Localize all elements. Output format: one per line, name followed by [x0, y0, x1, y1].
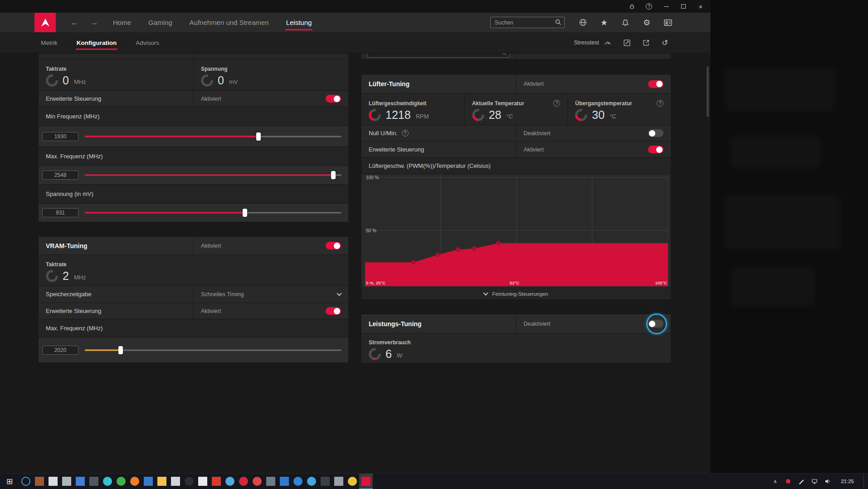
export-profile-icon[interactable]: [642, 39, 650, 47]
close-icon[interactable]: ×: [697, 3, 704, 10]
vram-max-frequency-slider[interactable]: [85, 346, 341, 355]
volume-icon[interactable]: [824, 478, 831, 485]
pen-tray-icon[interactable]: [798, 478, 805, 485]
subnav-item-metrik[interactable]: Metrik: [41, 33, 58, 53]
desktop-ghost: [725, 195, 840, 249]
bug-report-icon[interactable]: [628, 3, 635, 10]
show-desktop-button[interactable]: [863, 474, 865, 489]
amd-logo[interactable]: [34, 13, 56, 32]
fan-curve-chart[interactable]: 100 %50 %0 %, 25°C62°C100°C: [361, 174, 671, 288]
mail-icon[interactable]: [169, 474, 182, 489]
favorites-star-icon[interactable]: ★: [600, 18, 609, 27]
network-icon[interactable]: [811, 478, 818, 485]
firefox-icon[interactable]: [128, 474, 141, 489]
voltage-slider-row: 931: [39, 204, 348, 222]
app-charcoal-icon[interactable]: [318, 474, 332, 489]
app-light-doc-icon[interactable]: [46, 474, 60, 489]
app-red-a-icon[interactable]: [210, 474, 223, 489]
app-dark-icon[interactable]: [87, 474, 101, 489]
display-app-icon[interactable]: [332, 474, 346, 489]
min-frequency-slider[interactable]: [85, 132, 341, 141]
nav-item-gaming[interactable]: Gaming: [148, 14, 172, 31]
svg-text:100°C: 100°C: [655, 280, 667, 285]
app-blue-icon[interactable]: [141, 474, 155, 489]
help-icon[interactable]: ?: [402, 130, 409, 137]
fan-curve-point[interactable]: [456, 247, 460, 252]
reset-icon[interactable]: ↺: [661, 39, 669, 47]
fan-curve-point[interactable]: [411, 260, 416, 264]
app-blue-circle-icon[interactable]: [291, 474, 305, 489]
row-label: Speicherzeitgabe: [46, 291, 91, 298]
gpu-voltage-label: Spannung: [201, 66, 228, 72]
scrollbar-thumb[interactable]: [707, 66, 709, 117]
app-blue-p-icon[interactable]: [278, 474, 291, 489]
power-tuning-toggle[interactable]: [648, 320, 663, 328]
fan-curve-point[interactable]: [496, 241, 501, 245]
help-icon[interactable]: ?: [657, 100, 663, 107]
cutoff-row: [361, 54, 671, 59]
zero-rpm-toggle[interactable]: [648, 129, 663, 137]
voltage-value-box[interactable]: 931: [42, 208, 78, 217]
maximize-icon[interactable]: [680, 3, 687, 10]
desktop-ghost: [731, 268, 815, 306]
fan-curve-point[interactable]: [435, 253, 440, 257]
fan-tuning-toggle[interactable]: [648, 80, 663, 88]
start-button[interactable]: ⊞: [0, 474, 19, 489]
max-frequency-value-box[interactable]: 2548: [42, 171, 78, 180]
clock[interactable]: 21:25: [837, 479, 858, 484]
fine-tuning-footer[interactable]: Feintuning-Steuerungen: [361, 288, 671, 300]
telegram-icon[interactable]: [223, 474, 237, 489]
folder-icon[interactable]: [155, 474, 169, 489]
help-icon[interactable]: ?: [645, 3, 653, 10]
vram-tuning-toggle[interactable]: [326, 242, 341, 249]
app-brown-icon[interactable]: [33, 474, 46, 489]
chrome-icon[interactable]: [346, 474, 359, 489]
app-slate-icon[interactable]: [264, 474, 278, 489]
fan-speed-label: Lüftergeschwindigkeit: [369, 100, 426, 107]
app-red-dot-icon[interactable]: [237, 474, 250, 489]
load-profile-icon[interactable]: [623, 39, 631, 47]
account-icon[interactable]: [663, 18, 673, 27]
gpu-advanced-toggle[interactable]: [326, 95, 341, 103]
max-frequency-slider[interactable]: [85, 171, 341, 180]
help-icon[interactable]: ?: [553, 100, 560, 107]
minimize-icon[interactable]: [663, 3, 670, 10]
settings-gear-icon[interactable]: ⚙: [642, 18, 651, 27]
globe-icon[interactable]: [578, 18, 587, 27]
nav-item-performance[interactable]: Leistung: [286, 14, 312, 31]
app-gray-icon[interactable]: [60, 474, 73, 489]
app-blue-moon-icon[interactable]: [305, 474, 318, 489]
nav-item-record-stream[interactable]: Aufnehmen und Streamen: [190, 14, 269, 31]
search-select-box[interactable]: [367, 54, 510, 58]
app-green-icon[interactable]: [114, 474, 128, 489]
app-black-icon[interactable]: [182, 474, 196, 489]
min-frequency-value-box[interactable]: 1930: [42, 132, 78, 141]
status-text: Aktiviert: [524, 81, 544, 87]
forward-arrow-icon[interactable]: →: [84, 18, 104, 28]
back-arrow-icon[interactable]: ←: [65, 18, 84, 28]
notifications-bell-icon[interactable]: [621, 18, 630, 27]
nav-item-home[interactable]: Home: [113, 14, 131, 31]
amd-tray-icon[interactable]: [785, 478, 792, 485]
cortana-icon[interactable]: [19, 474, 33, 489]
app-blue-doc-icon[interactable]: [73, 474, 87, 489]
subnav-item-advisors[interactable]: Advisors: [136, 33, 159, 53]
subnav-item-konfiguration[interactable]: Konfiguration: [77, 33, 117, 53]
svg-text:0 %, 25°C: 0 %, 25°C: [366, 280, 385, 285]
row-label: Null U/Min.: [369, 130, 398, 137]
tray-expand-icon[interactable]: ∧: [771, 478, 779, 485]
nav-items: HomeGamingAufnehmen und StreamenLeistung: [113, 14, 312, 31]
app-white-icon[interactable]: [196, 474, 210, 489]
app-red-ball-icon[interactable]: [250, 474, 264, 489]
memory-timing-dropdown[interactable]: Schnelles Timing: [193, 286, 348, 303]
voltage-slider[interactable]: [85, 208, 341, 217]
edge-icon[interactable]: [101, 474, 114, 489]
radeon-software-icon[interactable]: [359, 474, 373, 489]
vram-max-frequency-value-box[interactable]: 2020: [42, 346, 78, 355]
taskbar: ⊞ ∧ 21:25: [0, 473, 868, 489]
stresstest-control[interactable]: Stresstest: [574, 39, 612, 47]
fan-curve-point[interactable]: [472, 246, 477, 251]
fan-advanced-toggle[interactable]: [648, 146, 663, 153]
search-input[interactable]: [490, 17, 565, 28]
vram-advanced-toggle[interactable]: [326, 307, 341, 315]
